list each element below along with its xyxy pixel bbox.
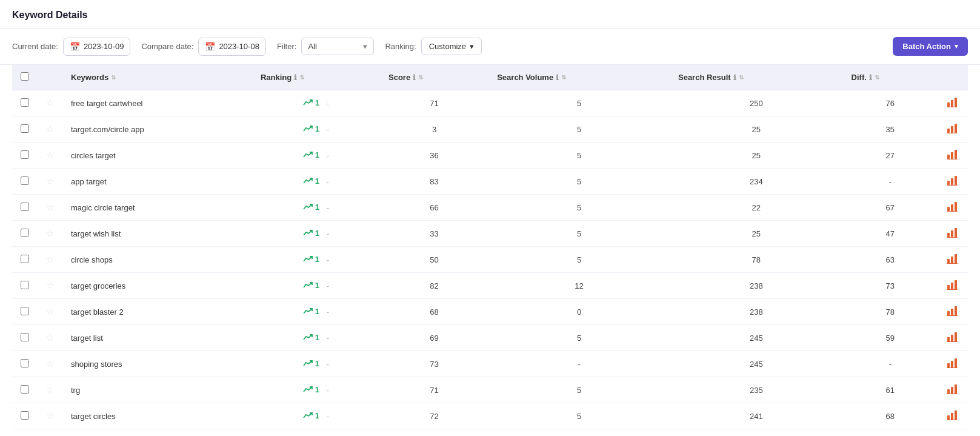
row-checkbox-1[interactable] — [21, 124, 29, 133]
row-score-11: 71 — [380, 377, 488, 403]
ranking-sort-icon[interactable]: ⇅ — [299, 74, 304, 81]
chart-icon-12[interactable] — [947, 412, 959, 422]
chart-icon-8[interactable] — [947, 307, 959, 318]
current-date-label: Current date: — [12, 42, 58, 51]
star-icon-12[interactable]: ☆ — [46, 411, 54, 421]
star-icon-6[interactable]: ☆ — [46, 254, 54, 264]
current-date-group: Current date: 📅 2023-10-09 — [12, 38, 130, 56]
search-volume-sort-icon[interactable]: ⇅ — [561, 74, 566, 81]
row-action-13 — [938, 429, 968, 437]
chart-icon-6[interactable] — [947, 255, 959, 266]
chart-icon-3[interactable] — [947, 177, 959, 187]
search-result-sort-icon[interactable]: ⇅ — [739, 74, 744, 81]
star-icon-3[interactable]: ☆ — [46, 176, 54, 186]
svg-rect-4 — [947, 129, 950, 133]
row-checkbox-3[interactable] — [21, 176, 29, 185]
star-icon-5[interactable]: ☆ — [46, 228, 54, 238]
row-score-6: 50 — [380, 247, 488, 273]
row-star-cell: ☆ — [38, 221, 62, 247]
row-diff-5: 47 — [843, 221, 938, 247]
ranking-select[interactable]: Customize ▾ — [421, 38, 482, 55]
chart-icon-4[interactable] — [947, 203, 959, 213]
star-icon-2[interactable]: ☆ — [46, 150, 54, 160]
chart-icon-1[interactable] — [947, 125, 959, 135]
compare-date-input[interactable]: 📅 2023-10-08 — [198, 38, 266, 56]
select-all-checkbox[interactable] — [21, 72, 29, 81]
keywords-sort-icon[interactable]: ⇅ — [111, 74, 116, 81]
diff-info-icon[interactable]: ℹ — [869, 73, 872, 82]
row-ranking-4: 1 - — [252, 195, 380, 221]
star-icon-11[interactable]: ☆ — [46, 384, 54, 395]
star-icon-1[interactable]: ☆ — [46, 124, 54, 134]
toolbar: Current date: 📅 2023-10-09 Compare date:… — [0, 29, 980, 65]
row-checkbox-5[interactable] — [21, 229, 29, 237]
row-checkbox-11[interactable] — [21, 385, 29, 394]
chart-icon-7[interactable] — [947, 281, 959, 292]
row-score-0: 71 — [380, 90, 488, 116]
row-checkbox-12[interactable] — [21, 411, 29, 420]
ranking-info-icon[interactable]: ℹ — [294, 73, 297, 82]
svg-rect-45 — [951, 387, 953, 394]
svg-rect-10 — [955, 150, 957, 159]
row-star-cell: ☆ — [38, 351, 62, 377]
row-checkbox-7[interactable] — [21, 281, 29, 289]
svg-rect-17 — [951, 204, 953, 211]
row-checkbox-cell — [12, 169, 38, 195]
row-checkbox-0[interactable] — [21, 98, 29, 107]
row-checkbox-6[interactable] — [21, 255, 29, 263]
row-checkbox-10[interactable] — [21, 359, 29, 367]
row-checkbox-cell — [12, 273, 38, 299]
score-info-icon[interactable]: ℹ — [413, 73, 416, 82]
ranking-badge-7: 1 — [303, 281, 319, 290]
svg-rect-44 — [947, 389, 950, 394]
score-sort-icon[interactable]: ⇅ — [418, 74, 423, 81]
star-icon-8[interactable]: ☆ — [46, 306, 54, 317]
row-keyword-12: target circles — [62, 403, 252, 429]
chart-icon-9[interactable] — [947, 334, 959, 344]
chart-icon-10[interactable] — [947, 360, 959, 370]
current-date-input[interactable]: 📅 2023-10-09 — [63, 38, 131, 56]
row-checkbox-2[interactable] — [21, 150, 29, 159]
row-star-cell: ☆ — [38, 195, 62, 221]
row-diff-11: 61 — [843, 377, 938, 403]
svg-rect-48 — [947, 415, 950, 420]
chart-icon-2[interactable] — [947, 151, 959, 161]
row-ranking-1: 1 - — [252, 116, 380, 143]
row-checkbox-8[interactable] — [21, 307, 29, 315]
ranking-dash-0: - — [327, 99, 329, 108]
star-icon-7[interactable]: ☆ — [46, 280, 54, 290]
star-icon-9[interactable]: ☆ — [46, 332, 54, 343]
row-score-2: 36 — [380, 143, 488, 169]
trend-up-icon-6 — [303, 255, 313, 263]
row-keyword-2: circles target — [62, 143, 252, 169]
trend-up-icon-8 — [303, 307, 313, 315]
row-keyword-9: target list — [62, 325, 252, 351]
filter-select[interactable]: All ▾ — [301, 38, 374, 55]
row-checkbox-4[interactable] — [21, 203, 29, 211]
row-checkbox-9[interactable] — [21, 333, 29, 341]
row-ranking-2: 1 - — [252, 143, 380, 169]
batch-action-button[interactable]: Batch Action ▾ — [893, 37, 968, 56]
compare-date-group: Compare date: 📅 2023-10-08 — [141, 38, 266, 56]
chart-icon-5[interactable] — [947, 229, 959, 240]
svg-rect-26 — [955, 254, 957, 263]
row-score-13: 80 — [380, 429, 488, 437]
trend-up-icon-9 — [303, 334, 313, 341]
row-action-5 — [938, 221, 968, 247]
star-icon-4[interactable]: ☆ — [46, 202, 54, 212]
chart-icon-0[interactable] — [947, 99, 959, 109]
star-icon-10[interactable]: ☆ — [46, 358, 54, 369]
diff-sort-icon[interactable]: ⇅ — [875, 74, 879, 81]
row-ranking-8: 1 - — [252, 299, 380, 325]
table-container: Keywords ⇅ Ranking ℹ ⇅ Score ℹ ⇅ — [0, 65, 980, 436]
chart-icon-11[interactable] — [947, 386, 959, 396]
search-result-info-icon[interactable]: ℹ — [733, 73, 736, 82]
row-ranking-9: 1 - — [252, 325, 380, 351]
star-icon-0[interactable]: ☆ — [46, 98, 54, 108]
svg-rect-42 — [955, 358, 957, 367]
table-header: Keywords ⇅ Ranking ℹ ⇅ Score ℹ ⇅ — [12, 65, 968, 90]
search-volume-info-icon[interactable]: ℹ — [556, 73, 559, 82]
row-diff-8: 78 — [843, 299, 938, 325]
ranking-dash-8: - — [327, 307, 329, 317]
table-row: ☆ target list 1 - 69 5 245 59 — [12, 325, 968, 351]
